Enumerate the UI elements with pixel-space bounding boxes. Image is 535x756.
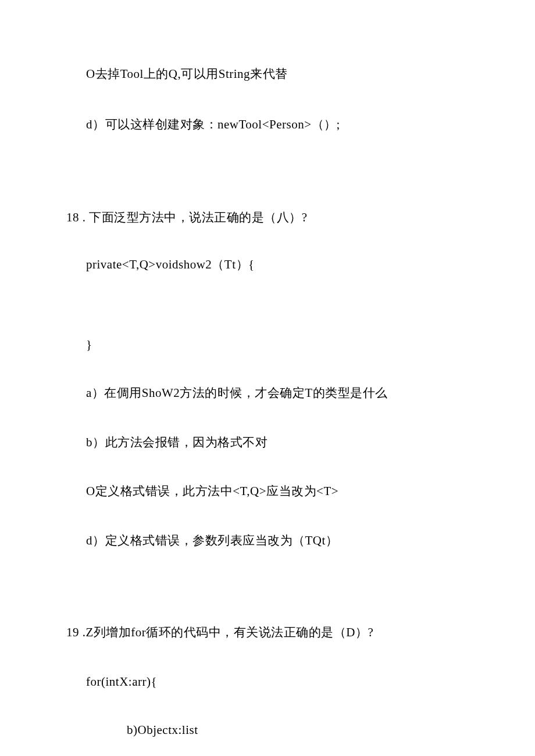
q17-option-d: d）可以这样创建对象：newTool<Person>（）;	[86, 116, 477, 133]
q18-code-line-2: }	[86, 336, 477, 353]
q18-option-d: d）定义格式错误，参数列表应当改为（TQt）	[86, 532, 477, 549]
q18-code-line-1: private<T,Q>voidshow2（Tt）{	[86, 256, 477, 273]
q17-option-c: O去掉Tool上的Q,可以用String来代替	[86, 66, 477, 83]
q19-option-b: b)Objectx:list	[86, 722, 477, 739]
q18-option-b: b）此方法会报错，因为格式不对	[86, 434, 477, 451]
q19-code-line-1: for(intX:arr){	[86, 673, 477, 690]
q18-option-a: a）在倜用ShoW2方法的时候，才会确定T的类型是什么	[86, 385, 477, 402]
q18-option-c: O定义格式错误，此方法中<T,Q>应当改为<T>	[86, 483, 477, 500]
q19-stem: 19 .Z列增加for循环的代码中，有关说法正确的是（D）?	[66, 624, 477, 641]
q18-stem: 18 . 下面泛型方法中，说法正确的是（八）?	[66, 209, 477, 226]
